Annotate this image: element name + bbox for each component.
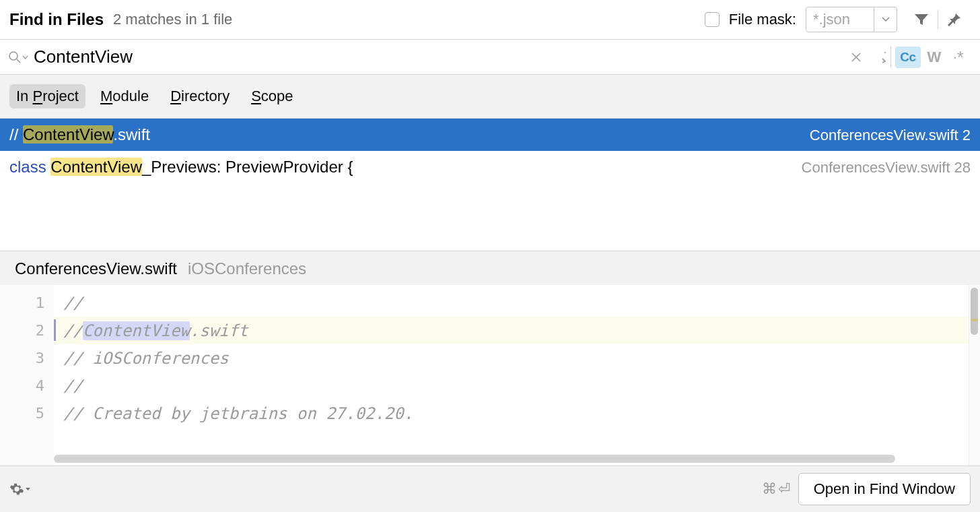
- file-mask-label: File mask:: [729, 11, 796, 28]
- search-input[interactable]: [34, 45, 840, 69]
- result-row-selected[interactable]: // ContentView.swift ConferencesView.swi…: [0, 119, 980, 151]
- footer-bar: ⌘⏎ Open in Find Window: [0, 466, 980, 512]
- code-preview[interactable]: 1 2 3 4 5 // // ContentView.swift // iOS…: [0, 285, 980, 466]
- open-in-find-window-button[interactable]: Open in Find Window: [798, 473, 971, 505]
- code-lines[interactable]: // // ContentView.swift // iOSConference…: [54, 285, 969, 466]
- match-case-toggle[interactable]: Cc: [895, 46, 921, 68]
- result-location: ConferencesView.swift28: [802, 159, 971, 177]
- scope-tab-module[interactable]: Module: [94, 84, 155, 108]
- pin-icon[interactable]: [940, 7, 969, 32]
- svg-line-1: [17, 59, 20, 63]
- scope-tab-scope[interactable]: Scope: [244, 84, 300, 108]
- svg-point-0: [9, 52, 18, 60]
- filter-icon[interactable]: [907, 7, 936, 32]
- search-row: Cc W .*: [0, 40, 980, 74]
- result-text: // ContentView.swift: [9, 125, 150, 144]
- file-mask-input[interactable]: *.json: [806, 8, 874, 31]
- horizontal-scrollbar[interactable]: [54, 453, 969, 466]
- regex-toggle[interactable]: .*: [948, 46, 969, 68]
- file-mask-checkbox[interactable]: [705, 12, 720, 27]
- words-toggle[interactable]: W: [923, 46, 945, 68]
- file-mask-dropdown[interactable]: [874, 7, 897, 32]
- clear-search-icon[interactable]: [845, 46, 867, 68]
- scope-tab-in-project[interactable]: In Project: [9, 84, 85, 108]
- header-bar: Find in Files 2 matches in 1 file File m…: [0, 0, 980, 39]
- history-icon[interactable]: [870, 46, 891, 68]
- scope-tabbar: In Project Module Directory Scope: [0, 74, 980, 119]
- settings-gear-icon[interactable]: [9, 482, 31, 497]
- vertical-scrollbar[interactable]: [969, 285, 980, 466]
- scope-tab-directory[interactable]: Directory: [164, 84, 236, 108]
- preview-file-header: ConferencesView.swift iOSConferences: [0, 251, 980, 285]
- code-line-highlight: // ContentView.swift: [54, 317, 969, 344]
- code-line: // iOSConferences: [54, 344, 969, 372]
- result-summary: 2 matches in 1 file: [113, 11, 232, 28]
- file-mask-combo[interactable]: *.json: [806, 7, 897, 32]
- preview-filename: ConferencesView.swift: [15, 259, 177, 278]
- line-gutter: 1 2 3 4 5: [0, 285, 54, 466]
- code-line: // Created by jetbrains on 27.02.20.: [54, 399, 969, 427]
- preview-module: iOSConferences: [188, 259, 306, 278]
- search-icon[interactable]: [5, 51, 28, 64]
- result-location: ConferencesView.swift2: [810, 127, 971, 144]
- dialog-title: Find in Files: [9, 10, 104, 29]
- code-line: //: [54, 372, 969, 399]
- keyboard-shortcut: ⌘⏎: [762, 480, 790, 498]
- result-text: class ContentView_Previews: PreviewProvi…: [9, 158, 353, 177]
- code-line: //: [54, 289, 969, 317]
- result-row[interactable]: class ContentView_Previews: PreviewProvi…: [0, 151, 980, 183]
